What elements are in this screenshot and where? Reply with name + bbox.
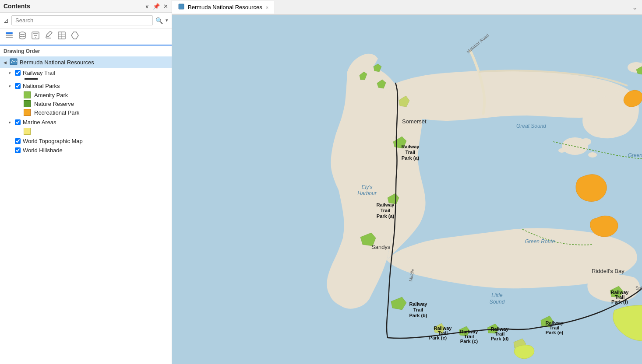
label-sandys: Sandys: [371, 244, 391, 250]
recreational-park-legend-row[interactable]: Recreational Park: [0, 108, 172, 118]
map-tab-icon: [178, 4, 184, 11]
label-little-sound: Little: [491, 292, 503, 298]
recreational-park-swatch: [24, 109, 31, 116]
label-elys2: Harbour: [357, 190, 377, 196]
small-island-7: [581, 138, 591, 145]
label-park-a1-2: Trail: [406, 150, 416, 155]
expand-arrow-marine[interactable]: ▾: [9, 120, 14, 125]
database-button[interactable]: [17, 30, 28, 43]
label-green-route1: Green Route: [628, 152, 642, 158]
sidebar-header: Contents ∨ 📌 ✕: [0, 0, 172, 13]
layer-label-railway: Railway Trail: [23, 70, 55, 76]
layer-railway-trail[interactable]: ▾ Railway Trail: [0, 68, 172, 77]
label-park-c1-3: Park (c): [429, 335, 447, 340]
label-park-b-3: Park (b): [409, 313, 427, 318]
edit-button[interactable]: [43, 30, 54, 43]
marine-areas-swatch: [24, 128, 31, 135]
pin-icon[interactable]: 📌: [153, 3, 160, 10]
label-little-sound2: Sound: [490, 299, 505, 305]
layer-label-world-topo: World Topographic Map: [23, 138, 83, 144]
sidebar: Contents ∨ 📌 ✕ ⊿ 🔍 ▾ Drawing Or: [0, 0, 172, 364]
national-parks-checkbox[interactable]: [15, 83, 21, 89]
label-park-b-1: Railway: [409, 301, 428, 307]
label-button[interactable]: [69, 30, 81, 43]
label-park-e-3: Park (e): [546, 330, 564, 335]
railway-trail-checkbox[interactable]: [15, 70, 21, 76]
table-button[interactable]: [56, 30, 67, 43]
label-park-a1-3: Park (a): [402, 155, 420, 161]
label-park-a2-2: Trail: [381, 208, 391, 213]
list-view-button[interactable]: [4, 30, 15, 43]
map-tabbar: Bermuda National Resources × ⌄: [172, 0, 642, 15]
search-input[interactable]: [11, 15, 153, 25]
svg-rect-2: [6, 37, 13, 38]
label-great-sound: Great Sound: [516, 123, 546, 129]
label-park-d1-3: Park (d): [491, 336, 509, 341]
label-park-c2-3: Park (c): [460, 339, 478, 344]
search-dropdown-button[interactable]: ▾: [166, 18, 168, 23]
label-park-a2-3: Park (a): [377, 214, 395, 219]
label-park-b-2: Trail: [413, 307, 423, 312]
marine-areas-checkbox[interactable]: [15, 119, 21, 125]
park-orange-1: [576, 174, 607, 201]
world-topo-checkbox[interactable]: [15, 138, 21, 144]
layer-marine-areas[interactable]: ▾ Marine Areas: [0, 118, 172, 127]
railway-trail-legend: [0, 77, 172, 81]
label-green-route2: Green Route: [525, 238, 555, 245]
layer-bermuda-national-resources[interactable]: ◀ Bermuda National Resources: [0, 56, 172, 68]
label-riddells-bay: Riddell's Bay: [592, 268, 624, 274]
layer-world-topographic[interactable]: World Topographic Map: [0, 136, 172, 146]
world-hillshade-checkbox[interactable]: [15, 147, 21, 153]
svg-rect-0: [6, 32, 13, 34]
nature-reserve-legend-row[interactable]: Nature Reserve: [0, 99, 172, 108]
layers-tree: ◀ Bermuda National Resources ▾ Railway T…: [0, 56, 172, 364]
amenity-park-swatch: [24, 91, 31, 98]
layer-label-bermuda: Bermuda National Resources: [20, 59, 94, 66]
layer-label-marine: Marine Areas: [23, 119, 56, 126]
label-park-f-3: Park (f): [611, 299, 628, 304]
nature-reserve-label: Nature Reserve: [34, 101, 74, 107]
map-canvas[interactable]: Somerset Pembroke Hamilton Warwick Sandy…: [172, 15, 642, 364]
recreational-park-label: Recreational Park: [34, 109, 79, 116]
drawing-order-label: Drawing Order: [0, 46, 172, 56]
expand-arrow-bermuda[interactable]: ◀: [4, 60, 9, 65]
marine-areas-legend-row: [0, 127, 172, 136]
layer-label-hillshade: World Hillshade: [23, 147, 63, 154]
svg-rect-14: [179, 4, 184, 9]
map-svg: Somerset Pembroke Hamilton Warwick Sandy…: [172, 15, 642, 364]
label-somerset: Somerset: [402, 118, 427, 125]
svg-rect-1: [6, 35, 13, 36]
nature-reserve-swatch: [24, 100, 31, 107]
label-park-a2-1: Railway: [377, 202, 395, 207]
amenity-park-label: Amenity Park: [34, 92, 68, 98]
filter-funnel-icon[interactable]: ⊿: [4, 17, 9, 24]
search-button[interactable]: 🔍: [155, 17, 163, 24]
map-tab-label: Bermuda National Resources: [188, 4, 262, 10]
svg-point-3: [19, 32, 25, 35]
expand-arrow-national-parks[interactable]: ▾: [9, 84, 14, 88]
close-icon[interactable]: ✕: [163, 3, 168, 10]
amenity-park-legend-row[interactable]: Amenity Park: [0, 91, 172, 99]
label-spice-hill: Spice Hill Road: [635, 286, 642, 290]
layer-label-national-parks: National Parks: [23, 83, 60, 89]
layer-world-hillshade[interactable]: World Hillshade: [0, 146, 172, 155]
expand-arrow-railway[interactable]: ▾: [9, 71, 14, 75]
label-park-a1-1: Railway: [402, 144, 420, 149]
railway-trail-legend-line: [25, 78, 38, 80]
search-row: ⊿ 🔍 ▾: [0, 13, 172, 28]
layer-national-parks[interactable]: ▾ National Parks: [0, 81, 172, 91]
map-area: Bermuda National Resources × ⌄: [172, 0, 642, 364]
filter-button[interactable]: [30, 30, 41, 43]
svg-rect-9: [58, 32, 65, 39]
small-island-9: [588, 152, 597, 158]
toolbar: [0, 28, 172, 46]
collapse-icon[interactable]: ∨: [145, 3, 149, 10]
map-icon: [10, 58, 18, 67]
tab-overflow-button[interactable]: ⌄: [628, 3, 642, 11]
small-island-8: [558, 148, 565, 153]
sidebar-title: Contents: [4, 3, 30, 10]
map-tab-bermuda[interactable]: Bermuda National Resources ×: [172, 1, 275, 14]
map-tab-close-button[interactable]: ×: [266, 5, 268, 10]
label-elys: Ely's: [362, 184, 373, 190]
